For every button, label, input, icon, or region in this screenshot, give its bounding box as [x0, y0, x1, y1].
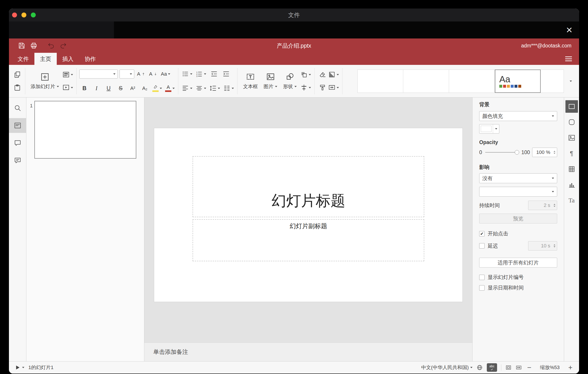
slide-settings-tab[interactable]	[566, 100, 578, 113]
apply-to-all-button[interactable]: 适用于所有幻灯片	[479, 258, 557, 267]
tab-insert[interactable]: 插入	[57, 53, 79, 65]
theme-option[interactable]	[449, 70, 495, 93]
highlight-color-button[interactable]	[152, 83, 163, 94]
hamburger-menu-icon[interactable]	[565, 57, 572, 61]
chart-settings-tab[interactable]	[566, 178, 578, 191]
language-selector[interactable]: 中文(中华人民共和国)	[421, 364, 472, 371]
print-button[interactable]	[28, 40, 40, 52]
change-case-button[interactable]: Aa	[160, 68, 171, 80]
columns-button[interactable]	[222, 83, 235, 94]
table-settings-icon	[568, 165, 576, 173]
paste-button[interactable]	[12, 82, 22, 93]
arrange-shape-button[interactable]	[300, 69, 312, 80]
add-slide-button[interactable]: 添加幻灯片	[28, 72, 62, 90]
theme-option-selected[interactable]: Aa	[495, 70, 541, 93]
tab-collaboration[interactable]: 协作	[79, 53, 101, 65]
preview-button[interactable]: 预览	[479, 214, 557, 223]
font-color-button[interactable]: A	[164, 83, 175, 94]
fit-slide-button[interactable]	[505, 364, 512, 371]
background-fill-select[interactable]: 颜色填充	[479, 111, 557, 121]
increase-indent-button[interactable]	[221, 68, 231, 80]
numbered-list-button[interactable]: 123	[195, 68, 207, 80]
textart-settings-tab[interactable]: Ta	[566, 194, 578, 207]
subscript-button[interactable]: A₂	[140, 83, 150, 94]
comments-button[interactable]	[9, 136, 26, 150]
delay-checkbox[interactable]	[479, 243, 484, 249]
spellcheck-toggle[interactable]: abc	[487, 363, 497, 372]
copy-style-button[interactable]	[317, 82, 327, 93]
start-slideshow-button[interactable]	[62, 82, 74, 93]
paragraph-settings-tab[interactable]: ¶	[566, 147, 578, 160]
vertical-align-button[interactable]	[195, 83, 207, 94]
title-placeholder[interactable]: 幻灯片标题	[193, 156, 424, 217]
undo-button[interactable]	[45, 40, 57, 52]
duration-label: 持续时间	[479, 202, 500, 209]
start-slideshow-status-button[interactable]	[14, 364, 24, 371]
slide-canvas[interactable]: 幻灯片标题 幻灯片副标题	[144, 98, 472, 342]
theme-gallery-expand-button[interactable]	[566, 67, 576, 95]
slide[interactable]: 幻灯片标题 幻灯片副标题	[154, 128, 462, 302]
background-color-picker[interactable]	[479, 124, 499, 133]
theme-option[interactable]	[357, 70, 403, 93]
effect-variant-select[interactable]	[479, 187, 557, 197]
bullet-list-button[interactable]	[181, 68, 193, 80]
effect-select[interactable]: 没有	[479, 173, 557, 183]
bold-button[interactable]: B	[79, 83, 90, 94]
strikethrough-button[interactable]: S	[116, 83, 126, 94]
start-on-click-checkbox[interactable]: ✔	[479, 231, 484, 236]
font-name-select[interactable]	[79, 70, 118, 78]
insert-shape-button[interactable]: 形状	[280, 67, 300, 95]
theme-option[interactable]	[403, 70, 449, 93]
decrease-indent-button[interactable]	[209, 68, 219, 80]
font-size-select[interactable]	[119, 70, 134, 78]
underline-button[interactable]: U	[104, 83, 114, 94]
show-date-time-checkbox[interactable]	[479, 285, 484, 291]
close-icon[interactable]: ×	[566, 25, 572, 35]
save-button[interactable]	[16, 40, 28, 52]
decrease-font-button[interactable]: A	[148, 68, 158, 80]
slides-panel-button[interactable]	[9, 118, 26, 133]
line-spacing-button[interactable]	[209, 83, 221, 94]
tab-home[interactable]: 主页	[34, 53, 57, 65]
eraser-icon	[319, 71, 326, 78]
slide-layout-button[interactable]	[62, 69, 74, 80]
fullscreen-traffic-light[interactable]	[31, 12, 36, 17]
show-slide-number-checkbox[interactable]	[479, 275, 484, 280]
shape-settings-tab[interactable]	[566, 116, 578, 128]
insert-image-button[interactable]: 图片	[261, 67, 280, 95]
align-shape-button[interactable]	[300, 82, 312, 93]
close-traffic-light[interactable]	[12, 12, 17, 17]
minimize-traffic-light[interactable]	[21, 12, 26, 17]
chat-button[interactable]	[9, 153, 26, 168]
delay-input[interactable]: 10 s	[528, 241, 557, 251]
notes-area[interactable]: 单击添加备注	[144, 342, 472, 361]
tab-file[interactable]: 文件	[12, 53, 34, 65]
clear-style-button[interactable]	[317, 69, 327, 80]
color-scheme-button[interactable]	[327, 69, 340, 80]
text-box-button[interactable]: 文本框	[240, 67, 261, 95]
horizontal-align-button[interactable]	[181, 83, 193, 94]
superscript-button[interactable]: A²	[127, 83, 138, 94]
zoom-out-button[interactable]: −	[526, 364, 533, 371]
duration-input[interactable]: 2 s	[528, 201, 557, 210]
zoom-in-button[interactable]: +	[567, 364, 574, 371]
subtitle-placeholder[interactable]: 幻灯片副标题	[193, 219, 424, 261]
search-button[interactable]	[9, 101, 26, 115]
spinner-arrows-icon[interactable]	[554, 241, 555, 250]
table-settings-tab[interactable]	[566, 163, 578, 175]
document-language-button[interactable]	[476, 364, 483, 371]
slider-knob[interactable]	[515, 150, 519, 154]
increase-font-button[interactable]: A	[136, 68, 146, 80]
italic-button[interactable]: I	[91, 83, 102, 94]
redo-button[interactable]	[57, 40, 69, 52]
theme-option[interactable]	[541, 70, 564, 93]
image-settings-tab[interactable]	[566, 132, 578, 144]
slide-size-button[interactable]	[327, 82, 340, 93]
spinner-arrows-icon[interactable]	[554, 201, 555, 210]
opacity-slider[interactable]	[485, 152, 518, 153]
spinner-arrows-icon[interactable]	[554, 148, 555, 157]
slide-thumbnail[interactable]	[34, 101, 136, 159]
copy-button[interactable]	[12, 69, 22, 80]
fit-width-button[interactable]	[516, 364, 522, 371]
opacity-input[interactable]: 100 %	[532, 148, 557, 157]
